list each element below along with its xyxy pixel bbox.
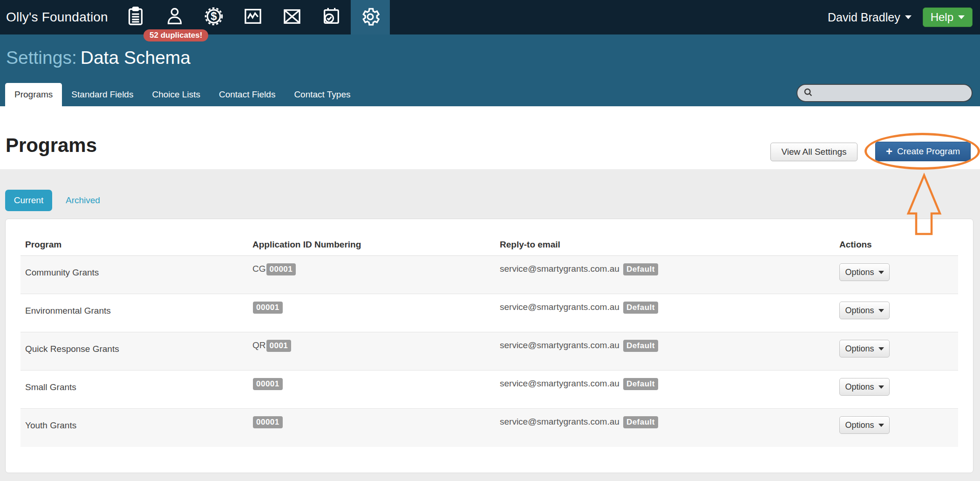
tab-choice-lists[interactable]: Choice Lists	[143, 83, 210, 106]
options-button[interactable]: Options	[839, 302, 890, 319]
table-row: Youth Grants 00001 service@smartygrants.…	[20, 409, 958, 447]
options-label: Options	[845, 420, 874, 430]
table-row: Small Grants 00001 service@smartygrants.…	[20, 371, 958, 409]
nav-reports[interactable]	[233, 0, 272, 34]
search-icon	[803, 87, 813, 99]
table-row: Environmental Grants 00001 service@smart…	[20, 294, 958, 332]
filter-tab-current[interactable]: Current	[5, 190, 52, 211]
id-number-badge: 00001	[266, 263, 296, 275]
calendar-check-icon	[320, 6, 342, 29]
chevron-down-icon	[905, 15, 912, 19]
reply-to-email: service@smartygrants.com.au	[500, 417, 619, 426]
chevron-down-icon	[878, 424, 884, 427]
user-name: David Bradley	[828, 11, 900, 24]
envelope-icon	[281, 6, 303, 29]
options-label: Options	[845, 382, 874, 392]
options-label: Options	[845, 268, 874, 277]
default-badge: Default	[623, 263, 658, 275]
default-badge: Default	[623, 416, 658, 428]
chevron-down-icon	[958, 15, 965, 19]
gear-icon	[360, 6, 381, 29]
tab-programs[interactable]: Programs	[5, 83, 62, 106]
view-all-settings-button[interactable]: View All Settings	[770, 143, 858, 161]
page-title: Settings:Data Schema	[6, 48, 191, 68]
programs-card: Program Application ID Numbering Reply-t…	[5, 219, 973, 473]
create-program-button[interactable]: + Create Program	[875, 142, 971, 161]
programs-table: Program Application ID Numbering Reply-t…	[20, 219, 958, 447]
default-badge: Default	[623, 302, 658, 314]
table-row: Community Grants CG00001 service@smartyg…	[20, 256, 958, 294]
search-input[interactable]	[817, 88, 966, 98]
settings-data-schema-page: Olly's Foundation	[0, 0, 980, 481]
id-prefix: QR	[252, 340, 266, 350]
chevron-down-icon	[878, 347, 884, 350]
clipboard-icon	[125, 6, 146, 29]
chevron-down-icon	[878, 309, 884, 312]
tab-contact-fields[interactable]: Contact Fields	[210, 83, 285, 106]
chevron-down-icon	[878, 271, 884, 274]
search-box	[796, 84, 973, 102]
page-header: Settings:Data Schema Programs Standard F…	[0, 34, 980, 106]
options-button[interactable]: Options	[839, 416, 890, 434]
program-name: Quick Response Grants	[20, 332, 248, 371]
default-badge: Default	[623, 378, 658, 390]
chevron-down-icon	[878, 385, 884, 389]
program-name: Community Grants	[20, 256, 248, 294]
section-label: Settings:	[6, 48, 77, 68]
options-label: Options	[845, 344, 874, 354]
default-badge: Default	[623, 340, 658, 352]
reply-to-email: service@smartygrants.com.au	[500, 264, 619, 274]
help-button[interactable]: Help	[923, 7, 973, 27]
programs-panel: Current Archived Program Application ID …	[0, 169, 980, 481]
reply-to-email: service@smartygrants.com.au	[500, 340, 619, 350]
user-menu[interactable]: David Bradley	[828, 11, 912, 24]
id-number-badge: 00001	[253, 302, 283, 314]
schema-tabs: Programs Standard Fields Choice Lists Co…	[5, 83, 360, 106]
section-heading: Programs	[6, 134, 97, 157]
dollar-seal-icon: $	[203, 6, 225, 29]
tab-contact-types[interactable]: Contact Types	[285, 83, 360, 106]
program-name: Environmental Grants	[20, 294, 248, 332]
options-label: Options	[845, 306, 874, 316]
options-button[interactable]: Options	[839, 263, 890, 281]
col-actions: Actions	[835, 219, 958, 256]
id-number-badge: 00001	[253, 416, 283, 428]
col-program: Program	[20, 219, 248, 256]
program-name: Youth Grants	[20, 409, 248, 447]
filter-tab-archived[interactable]: Archived	[61, 190, 105, 211]
table-header-row: Program Application ID Numbering Reply-t…	[20, 219, 958, 256]
page-title-text: Data Schema	[81, 48, 191, 68]
col-reply-to: Reply-to email	[495, 219, 835, 256]
toolbar-band: Programs View All Settings + Create Prog…	[0, 106, 980, 169]
reply-to-email: service@smartygrants.com.au	[500, 302, 619, 312]
id-number-badge: 00001	[253, 378, 283, 390]
nav-tasks[interactable]	[312, 0, 351, 34]
brand-title[interactable]: Olly's Foundation	[6, 0, 108, 34]
person-icon	[164, 6, 185, 29]
options-button[interactable]: Options	[839, 340, 890, 357]
svg-text:$: $	[211, 10, 217, 22]
nav-mail[interactable]	[272, 0, 312, 34]
navbar-right: David Bradley Help	[828, 0, 973, 34]
id-prefix: CG	[252, 264, 266, 274]
table-row: Quick Response Grants QR0001 service@sma…	[20, 332, 958, 371]
id-number-badge: 0001	[266, 340, 292, 352]
reply-to-email: service@smartygrants.com.au	[500, 378, 619, 388]
program-name: Small Grants	[20, 371, 248, 409]
nav-settings[interactable]	[351, 0, 390, 35]
help-label: Help	[931, 11, 953, 24]
chart-icon	[242, 6, 264, 29]
duplicates-badge[interactable]: 52 duplicates!	[143, 29, 208, 41]
tab-standard-fields[interactable]: Standard Fields	[62, 83, 143, 106]
options-button[interactable]: Options	[839, 378, 890, 396]
col-application-id: Application ID Numbering	[248, 219, 495, 256]
plus-icon: +	[886, 146, 892, 157]
create-program-label: Create Program	[897, 146, 960, 157]
